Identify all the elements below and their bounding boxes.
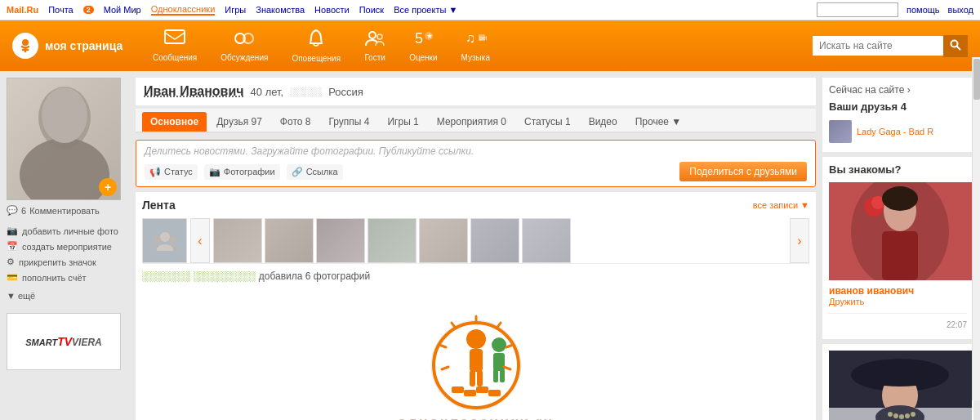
lenta-photo-6[interactable] [470, 218, 519, 263]
top-nav: Mail.Ru Почта 2 Мой Мир Одноклассники Иг… [0, 0, 980, 20]
ok-brand-text: одноклассники.ru [398, 414, 555, 420]
online-label[interactable]: Сейчас на сайте › [829, 84, 967, 96]
igry-link[interactable]: Игры [225, 5, 246, 15]
svg-rect-25 [470, 349, 483, 372]
svg-text:★: ★ [426, 32, 433, 40]
mailru-link[interactable]: Mail.Ru [7, 5, 38, 15]
comments-label[interactable]: Комментировать [29, 206, 100, 216]
link-button[interactable]: 🔗 Ссылка [287, 164, 343, 180]
tab-video[interactable]: Видео [581, 112, 626, 132]
svg-rect-26 [470, 370, 475, 386]
card-icon: 💳 [7, 272, 18, 283]
tab-osnovnoe[interactable]: Основное [142, 112, 207, 132]
lenta-photos-row: ‹ › [142, 218, 809, 263]
svg-line-41 [442, 367, 448, 369]
lenta-photo-2[interactable] [265, 218, 314, 263]
znakomy-person1-svg [829, 182, 972, 280]
poisk-link[interactable]: Поиск [359, 5, 384, 15]
tab-meropriyatiya[interactable]: Мероприятия 0 [429, 112, 514, 132]
lenta-entry: ░░░░░░░ ░░░░░░░░░ добавила 6 фотографий [142, 263, 809, 288]
svg-rect-29 [493, 353, 505, 371]
music-nav[interactable]: ♫ beta Музыка [452, 26, 500, 65]
lenta-entry-name[interactable]: ░░░░░░░ ░░░░░░░░░ [142, 270, 256, 282]
lenta-title: Лента [142, 199, 176, 212]
svg-rect-49 [882, 231, 918, 280]
vse-proekty-link[interactable]: Все проекты ▼ [394, 5, 457, 15]
top-search-input[interactable] [817, 2, 898, 17]
druzhit-person1-button[interactable]: Дружить [829, 297, 967, 306]
friend-photo-1 [829, 120, 852, 143]
city-blurred: ░░░░░ [290, 87, 322, 96]
znakomstva-link[interactable]: Знакомства [256, 5, 305, 15]
lenta-photo-7[interactable] [522, 218, 571, 263]
profile-photo: + [7, 78, 121, 200]
znakomy-photo-1[interactable] [829, 182, 972, 280]
svg-point-60 [911, 412, 915, 417]
vykhod-link[interactable]: выход [948, 5, 973, 15]
pomosh-link[interactable]: помощь [906, 5, 940, 15]
svg-line-15 [957, 46, 961, 50]
svg-rect-33 [464, 390, 476, 396]
header-nav: Сообщения Обсуждения Оповещения [143, 25, 813, 66]
status-button[interactable]: 📢 Статус [145, 164, 198, 180]
svg-point-24 [466, 329, 486, 349]
top-up-action[interactable]: 💳 пополнить счёт [7, 272, 129, 283]
odnoklassniki-link[interactable]: Одноклассники [151, 4, 216, 16]
add-photos-action[interactable]: 📷 добавить личные фото [7, 226, 129, 236]
lenta-photo-5[interactable] [419, 218, 468, 263]
svg-rect-30 [493, 369, 498, 382]
znakomy-person1-name[interactable]: иванов иванович [829, 285, 967, 297]
znakomy-photo-2[interactable] [829, 351, 972, 420]
profile-name: Иван Иванович [144, 84, 244, 99]
tab-foto[interactable]: Фото 8 [272, 112, 319, 132]
friend-item-1[interactable]: Lady Gaga - Bad R [829, 118, 967, 145]
tab-statusy[interactable]: Статусы 1 [516, 112, 579, 132]
novosti-link[interactable]: Новости [314, 5, 350, 15]
lenta-photo-3[interactable] [316, 218, 365, 263]
tab-gruppy[interactable]: Группы 4 [320, 112, 377, 132]
svg-point-18 [42, 87, 87, 143]
orange-header: моя страница Сообщения Обсуждения [0, 20, 980, 71]
create-event-action[interactable]: 📅 создать мероприятие [7, 241, 129, 252]
comments-row[interactable]: 💬 6 Комментировать [7, 205, 129, 216]
lenta-header: Лента все записи ▼ [142, 199, 809, 212]
notifications-nav[interactable]: Оповещения [282, 25, 350, 66]
lenta-photo-4[interactable] [368, 218, 416, 263]
pochta-badge: 2 [83, 6, 94, 14]
photos-button[interactable]: 📷 Фотографии [204, 164, 280, 180]
discussions-nav[interactable]: Обсуждения [211, 26, 278, 65]
svg-point-6 [369, 32, 376, 38]
tab-druzya[interactable]: Друзья 97 [208, 112, 270, 132]
post-placeholder[interactable]: Делитесь новостями. Загружайте фотографи… [145, 145, 807, 157]
eshche-button[interactable]: ▼ ещё [7, 291, 129, 301]
pin-badge-action[interactable]: ⚙ прикрепить значок [7, 257, 129, 267]
lenta-photo-1[interactable] [213, 218, 262, 263]
messages-nav[interactable]: Сообщения [143, 26, 207, 65]
pochta-link[interactable]: Почта [48, 5, 74, 15]
share-button[interactable]: Поделиться с друзьями [679, 162, 807, 181]
svg-rect-35 [488, 390, 501, 396]
svg-point-28 [492, 337, 506, 352]
comment-icon: 💬 [7, 205, 18, 216]
moi-mir-link[interactable]: Мой Мир [104, 5, 141, 15]
friend-name-1: Lady Gaga - Bad R [857, 126, 933, 137]
svg-line-42 [504, 367, 510, 369]
tab-prochee[interactable]: Прочее ▼ [627, 112, 690, 132]
lenta-prev-button[interactable]: ‹ [190, 218, 210, 263]
guests-nav[interactable]: Гости [354, 26, 395, 65]
group-icon [149, 225, 181, 257]
svg-text:5: 5 [415, 30, 423, 47]
lenta-all-button[interactable]: все записи ▼ [753, 200, 809, 210]
left-sidebar: + 💬 6 Комментировать 📷 добавить личные ф… [7, 78, 129, 420]
ok-logo[interactable]: моя страница [12, 33, 127, 59]
my-page-label: моя страница [45, 39, 122, 52]
search-input[interactable] [813, 36, 943, 56]
ok-big-logo-svg [403, 308, 550, 420]
tab-igry[interactable]: Игры 1 [379, 112, 426, 132]
add-photo-button[interactable]: + [99, 178, 117, 196]
ratings-nav[interactable]: 5 ★ Оценки [399, 26, 447, 65]
search-button[interactable] [943, 35, 968, 57]
messages-icon [164, 29, 185, 51]
scrollbar-thumb[interactable] [973, 59, 980, 100]
lenta-next-button[interactable]: › [790, 218, 809, 263]
